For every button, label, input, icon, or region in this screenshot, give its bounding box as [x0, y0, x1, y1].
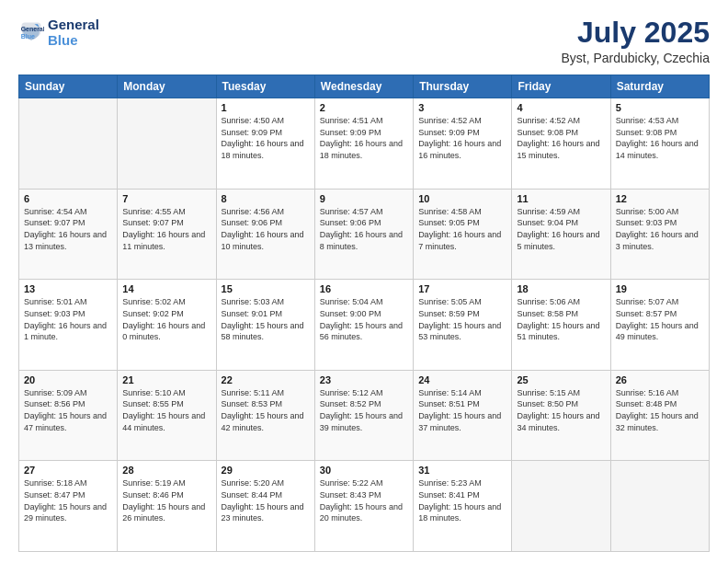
day-number: 3 — [418, 102, 506, 113]
day-number: 14 — [122, 283, 210, 294]
logo: General Blue General Blue — [18, 17, 99, 49]
calendar-week-row: 6 Sunrise: 4:54 AMSunset: 9:07 PMDayligh… — [19, 189, 710, 280]
calendar-cell: 7 Sunrise: 4:55 AMSunset: 9:07 PMDayligh… — [118, 189, 216, 280]
day-detail: Sunrise: 5:22 AMSunset: 8:43 PMDaylight:… — [320, 477, 408, 523]
day-number: 4 — [517, 102, 605, 113]
day-number: 31 — [418, 465, 506, 476]
calendar-cell — [610, 461, 709, 552]
calendar-cell: 31 Sunrise: 5:23 AMSunset: 8:41 PMDaylig… — [414, 461, 512, 552]
calendar-cell: 9 Sunrise: 4:57 AMSunset: 9:06 PMDayligh… — [314, 189, 413, 280]
day-number: 12 — [616, 193, 704, 204]
day-number: 1 — [222, 102, 310, 113]
day-number: 6 — [24, 193, 112, 204]
day-number: 16 — [320, 283, 408, 294]
logo-icon: General Blue — [18, 19, 44, 45]
calendar-cell: 18 Sunrise: 5:06 AMSunset: 8:58 PMDaylig… — [512, 280, 610, 371]
calendar-cell: 5 Sunrise: 4:53 AMSunset: 9:08 PMDayligh… — [610, 98, 709, 190]
day-detail: Sunrise: 4:50 AMSunset: 9:09 PMDaylight:… — [222, 115, 310, 161]
calendar-cell: 11 Sunrise: 4:59 AMSunset: 9:04 PMDaylig… — [512, 189, 610, 280]
day-number: 20 — [24, 374, 112, 385]
calendar-cell: 15 Sunrise: 5:03 AMSunset: 9:01 PMDaylig… — [216, 280, 314, 371]
day-number: 13 — [24, 283, 112, 294]
day-detail: Sunrise: 5:11 AMSunset: 8:53 PMDaylight:… — [222, 387, 310, 433]
calendar-cell: 30 Sunrise: 5:22 AMSunset: 8:43 PMDaylig… — [314, 461, 413, 552]
day-detail: Sunrise: 4:59 AMSunset: 9:04 PMDaylight:… — [517, 206, 605, 252]
day-number: 17 — [418, 283, 506, 294]
calendar-cell: 20 Sunrise: 5:09 AMSunset: 8:56 PMDaylig… — [19, 370, 118, 461]
day-detail: Sunrise: 5:20 AMSunset: 8:44 PMDaylight:… — [222, 477, 310, 523]
day-number: 19 — [616, 283, 704, 294]
calendar-week-row: 27 Sunrise: 5:18 AMSunset: 8:47 PMDaylig… — [19, 461, 710, 552]
main-title: July 2025 — [561, 17, 710, 49]
calendar-cell: 14 Sunrise: 5:02 AMSunset: 9:02 PMDaylig… — [118, 280, 216, 371]
day-number: 29 — [222, 465, 310, 476]
calendar-cell: 28 Sunrise: 5:19 AMSunset: 8:46 PMDaylig… — [118, 461, 216, 552]
day-number: 30 — [320, 465, 408, 476]
calendar-week-row: 13 Sunrise: 5:01 AMSunset: 9:03 PMDaylig… — [19, 280, 710, 371]
calendar-cell: 23 Sunrise: 5:12 AMSunset: 8:52 PMDaylig… — [314, 370, 413, 461]
day-detail: Sunrise: 4:57 AMSunset: 9:06 PMDaylight:… — [320, 206, 408, 252]
day-detail: Sunrise: 5:05 AMSunset: 8:59 PMDaylight:… — [418, 296, 506, 342]
calendar-cell: 6 Sunrise: 4:54 AMSunset: 9:07 PMDayligh… — [19, 189, 118, 280]
day-detail: Sunrise: 5:03 AMSunset: 9:01 PMDaylight:… — [222, 296, 310, 342]
calendar-cell: 19 Sunrise: 5:07 AMSunset: 8:57 PMDaylig… — [610, 280, 709, 371]
calendar-cell: 13 Sunrise: 5:01 AMSunset: 9:03 PMDaylig… — [19, 280, 118, 371]
day-detail: Sunrise: 4:51 AMSunset: 9:09 PMDaylight:… — [320, 115, 408, 161]
subtitle: Byst, Pardubicky, Czechia — [561, 51, 710, 65]
calendar-week-row: 20 Sunrise: 5:09 AMSunset: 8:56 PMDaylig… — [19, 370, 710, 461]
day-detail: Sunrise: 4:52 AMSunset: 9:09 PMDaylight:… — [418, 115, 506, 161]
day-number: 22 — [222, 374, 310, 385]
calendar-cell: 22 Sunrise: 5:11 AMSunset: 8:53 PMDaylig… — [216, 370, 314, 461]
day-detail: Sunrise: 5:14 AMSunset: 8:51 PMDaylight:… — [418, 387, 506, 433]
day-number: 7 — [122, 193, 210, 204]
calendar-cell: 8 Sunrise: 4:56 AMSunset: 9:06 PMDayligh… — [216, 189, 314, 280]
calendar-cell: 16 Sunrise: 5:04 AMSunset: 9:00 PMDaylig… — [314, 280, 413, 371]
calendar-cell: 10 Sunrise: 4:58 AMSunset: 9:05 PMDaylig… — [414, 189, 512, 280]
day-detail: Sunrise: 5:07 AMSunset: 8:57 PMDaylight:… — [616, 296, 704, 342]
weekday-header: Thursday — [414, 75, 512, 98]
day-number: 15 — [222, 283, 310, 294]
calendar-cell: 1 Sunrise: 4:50 AMSunset: 9:09 PMDayligh… — [216, 98, 314, 190]
weekday-header: Saturday — [610, 75, 709, 98]
calendar-cell: 25 Sunrise: 5:15 AMSunset: 8:50 PMDaylig… — [512, 370, 610, 461]
day-number: 8 — [222, 193, 310, 204]
title-block: July 2025 Byst, Pardubicky, Czechia — [561, 17, 710, 65]
page: General Blue General Blue July 2025 Byst… — [0, 0, 728, 563]
day-detail: Sunrise: 5:09 AMSunset: 8:56 PMDaylight:… — [24, 387, 112, 433]
day-detail: Sunrise: 5:18 AMSunset: 8:47 PMDaylight:… — [24, 477, 112, 523]
day-number: 10 — [418, 193, 506, 204]
day-detail: Sunrise: 5:19 AMSunset: 8:46 PMDaylight:… — [122, 477, 210, 523]
day-number: 9 — [320, 193, 408, 204]
day-number: 27 — [24, 465, 112, 476]
calendar-cell: 29 Sunrise: 5:20 AMSunset: 8:44 PMDaylig… — [216, 461, 314, 552]
day-number: 24 — [418, 374, 506, 385]
calendar-cell: 4 Sunrise: 4:52 AMSunset: 9:08 PMDayligh… — [512, 98, 610, 190]
day-detail: Sunrise: 5:00 AMSunset: 9:03 PMDaylight:… — [616, 206, 704, 252]
day-detail: Sunrise: 5:04 AMSunset: 9:00 PMDaylight:… — [320, 296, 408, 342]
day-detail: Sunrise: 4:53 AMSunset: 9:08 PMDaylight:… — [616, 115, 704, 161]
weekday-header: Sunday — [19, 75, 118, 98]
calendar-cell — [19, 98, 118, 190]
svg-text:General: General — [21, 26, 44, 32]
day-detail: Sunrise: 5:23 AMSunset: 8:41 PMDaylight:… — [418, 477, 506, 523]
day-detail: Sunrise: 5:02 AMSunset: 9:02 PMDaylight:… — [122, 296, 210, 342]
calendar-cell: 3 Sunrise: 4:52 AMSunset: 9:09 PMDayligh… — [414, 98, 512, 190]
weekday-header: Wednesday — [314, 75, 413, 98]
day-number: 21 — [122, 374, 210, 385]
calendar-week-row: 1 Sunrise: 4:50 AMSunset: 9:09 PMDayligh… — [19, 98, 710, 190]
day-detail: Sunrise: 5:01 AMSunset: 9:03 PMDaylight:… — [24, 296, 112, 342]
day-number: 18 — [517, 283, 605, 294]
day-number: 28 — [122, 465, 210, 476]
calendar-table: SundayMondayTuesdayWednesdayThursdayFrid… — [18, 75, 710, 552]
day-detail: Sunrise: 4:55 AMSunset: 9:07 PMDaylight:… — [122, 206, 210, 252]
weekday-header: Tuesday — [216, 75, 314, 98]
calendar-cell: 26 Sunrise: 5:16 AMSunset: 8:48 PMDaylig… — [610, 370, 709, 461]
day-detail: Sunrise: 5:16 AMSunset: 8:48 PMDaylight:… — [616, 387, 704, 433]
day-detail: Sunrise: 5:06 AMSunset: 8:58 PMDaylight:… — [517, 296, 605, 342]
logo-text: General Blue — [48, 17, 99, 49]
calendar-cell: 12 Sunrise: 5:00 AMSunset: 9:03 PMDaylig… — [610, 189, 709, 280]
day-number: 25 — [517, 374, 605, 385]
day-detail: Sunrise: 4:52 AMSunset: 9:08 PMDaylight:… — [517, 115, 605, 161]
calendar-cell: 2 Sunrise: 4:51 AMSunset: 9:09 PMDayligh… — [314, 98, 413, 190]
day-detail: Sunrise: 4:56 AMSunset: 9:06 PMDaylight:… — [222, 206, 310, 252]
